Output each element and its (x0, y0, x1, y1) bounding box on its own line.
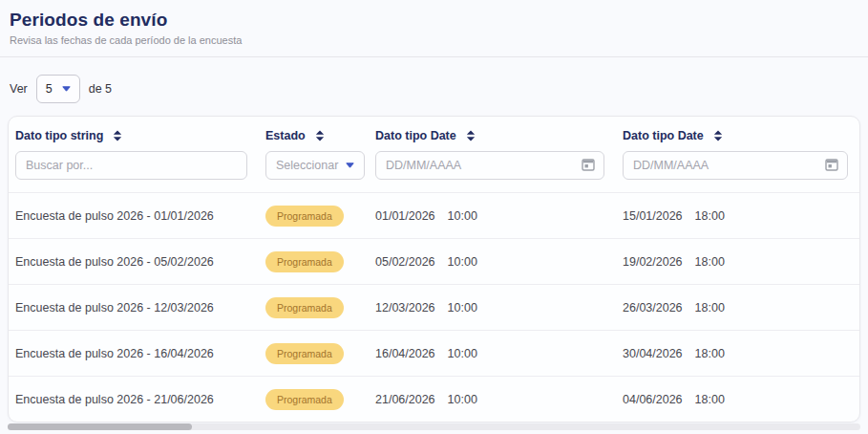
end-date: 04/06/2026 (623, 393, 683, 406)
sort-icon[interactable] (315, 130, 325, 141)
estado-select[interactable]: Seleccionar (265, 151, 365, 180)
horizontal-scrollbar (8, 423, 860, 430)
column-header-estado[interactable]: Estado (259, 117, 369, 147)
period-name: Encuesta de pulso 2026 - 01/01/2026 (9, 209, 259, 223)
start-time: 10:00 (448, 301, 477, 315)
status-badge: Programada (265, 206, 344, 227)
period-name: Encuesta de pulso 2026 - 16/04/2026 (9, 347, 259, 360)
end-date: 19/02/2026 (623, 255, 683, 269)
status-badge: Programada (265, 297, 344, 318)
filter-cell-date-start (369, 147, 616, 192)
sort-icon[interactable] (713, 130, 723, 141)
end-datetime: 19/02/2026 18:00 (616, 255, 859, 269)
period-name: Encuesta de pulso 2026 - 05/02/2026 (9, 255, 259, 269)
start-date: 21/06/2026 (375, 393, 435, 406)
start-date: 01/01/2026 (375, 209, 435, 223)
start-time: 10:00 (448, 209, 477, 223)
end-time: 18:00 (695, 255, 725, 269)
column-header-date-start[interactable]: Dato tipo Date (369, 117, 616, 147)
table-row[interactable]: Encuesta de pulso 2026 - 12/03/2026 Prog… (9, 284, 859, 330)
date-end-input[interactable] (624, 152, 824, 179)
column-header-label: Dato tipo Date (623, 129, 704, 142)
calendar-icon[interactable] (824, 157, 839, 175)
status-badge: Programada (265, 251, 344, 272)
scrollbar-thumb[interactable] (8, 423, 192, 430)
status-badge: Programada (265, 389, 344, 410)
start-datetime: 21/06/2026 10:00 (369, 393, 616, 406)
column-header-string[interactable]: Dato tipo string (9, 117, 259, 147)
start-datetime: 12/03/2026 10:00 (369, 301, 616, 315)
sort-icon[interactable] (466, 130, 476, 141)
end-date: 30/04/2026 (623, 347, 683, 360)
calendar-icon[interactable] (581, 157, 596, 175)
end-time: 18:00 (695, 301, 725, 315)
end-date: 15/01/2026 (623, 209, 683, 223)
total-count-label: de 5 (89, 82, 112, 96)
pagination-controls: Ver 5 de 5 (0, 57, 868, 116)
end-time: 18:00 (695, 209, 725, 223)
page-title: Periodos de envío (10, 9, 858, 32)
start-time: 10:00 (448, 255, 477, 269)
end-datetime: 30/04/2026 18:00 (616, 347, 859, 360)
period-name: Encuesta de pulso 2026 - 21/06/2026 (9, 393, 259, 406)
start-datetime: 01/01/2026 10:00 (369, 209, 616, 223)
column-header-date-end[interactable]: Dato tipo Date (616, 117, 859, 147)
date-start-input-wrap (375, 151, 604, 180)
search-input[interactable] (15, 151, 247, 180)
start-date: 05/02/2026 (375, 255, 435, 269)
page-size-select[interactable]: 5 (36, 75, 80, 103)
estado-select-placeholder: Seleccionar (276, 159, 338, 172)
filter-cell-estado: Seleccionar (259, 147, 369, 192)
table-header-row: Dato tipo string Estado Dato tipo Date D… (9, 117, 859, 192)
column-header-label: Dato tipo string (15, 129, 103, 142)
date-end-input-wrap (623, 151, 848, 180)
period-name: Encuesta de pulso 2026 - 12/03/2026 (9, 301, 259, 315)
end-time: 18:00 (695, 393, 725, 406)
start-time: 10:00 (448, 393, 477, 406)
table-row[interactable]: Encuesta de pulso 2026 - 16/04/2026 Prog… (9, 330, 859, 376)
sort-icon[interactable] (113, 130, 122, 141)
end-date: 26/03/2026 (623, 301, 683, 315)
start-date: 16/04/2026 (375, 347, 435, 360)
table-row[interactable]: Encuesta de pulso 2026 - 21/06/2026 Prog… (9, 376, 859, 422)
filter-cell-search (9, 147, 259, 192)
end-datetime: 04/06/2026 18:00 (616, 393, 859, 406)
chevron-down-icon (346, 163, 354, 168)
start-datetime: 16/04/2026 10:00 (369, 347, 616, 360)
status-badge: Programada (265, 343, 344, 364)
start-time: 10:00 (448, 347, 477, 360)
page-size-label: Ver (10, 82, 28, 96)
end-datetime: 15/01/2026 18:00 (616, 209, 859, 223)
page-size-value: 5 (46, 82, 53, 96)
date-start-input[interactable] (376, 152, 581, 179)
start-date: 12/03/2026 (375, 301, 435, 315)
chevron-down-icon (62, 86, 71, 92)
table-row[interactable]: Encuesta de pulso 2026 - 05/02/2026 Prog… (9, 238, 859, 284)
filter-cell-date-end (616, 147, 859, 192)
table-row[interactable]: Encuesta de pulso 2026 - 01/01/2026 Prog… (9, 192, 859, 238)
column-header-label: Estado (265, 129, 306, 142)
column-header-label: Dato tipo Date (375, 129, 456, 142)
end-datetime: 26/03/2026 18:00 (616, 301, 859, 315)
page-subtitle: Revisa las fechas de cada período de la … (10, 34, 858, 47)
end-time: 18:00 (695, 347, 725, 360)
periods-table: Dato tipo string Estado Dato tipo Date D… (8, 116, 860, 423)
page-header: Periodos de envío Revisa las fechas de c… (0, 0, 868, 47)
start-datetime: 05/02/2026 10:00 (369, 255, 616, 269)
